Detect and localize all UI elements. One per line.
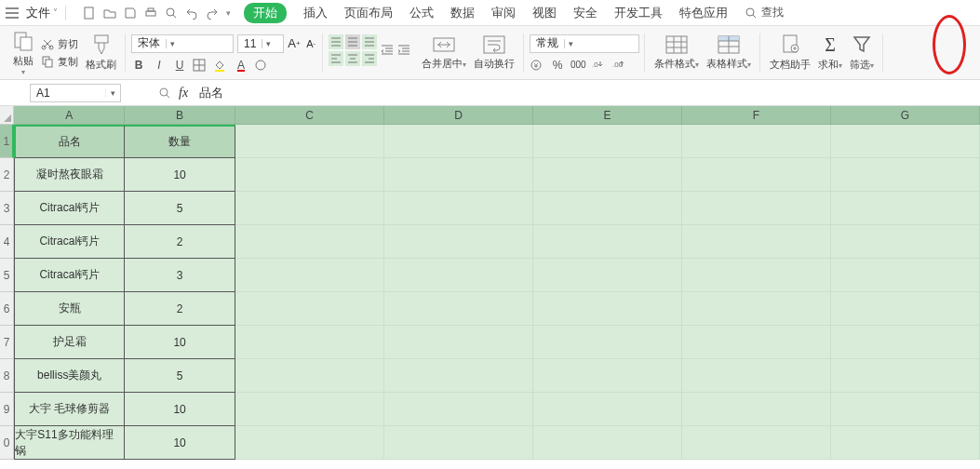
cell[interactable]: 品名 bbox=[14, 125, 125, 158]
cell[interactable] bbox=[235, 158, 384, 192]
cell[interactable] bbox=[831, 158, 980, 192]
cell[interactable]: 护足霜 bbox=[14, 326, 125, 359]
merge-center-button[interactable]: 合并居中▾ bbox=[418, 26, 470, 79]
paste-button[interactable]: 粘贴▾ bbox=[9, 26, 37, 79]
cell[interactable] bbox=[831, 426, 980, 460]
row-header[interactable]: 7 bbox=[0, 326, 14, 359]
decrease-indent-icon[interactable] bbox=[381, 44, 394, 57]
align-grid[interactable] bbox=[329, 34, 377, 66]
phonetic-icon[interactable] bbox=[254, 59, 269, 72]
save-icon[interactable] bbox=[124, 7, 137, 20]
cell[interactable] bbox=[533, 192, 682, 225]
tab-security[interactable]: 安全 bbox=[573, 5, 597, 21]
redo-icon[interactable] bbox=[206, 7, 219, 20]
cell[interactable] bbox=[235, 292, 384, 326]
tab-view[interactable]: 视图 bbox=[532, 5, 557, 21]
tab-insert[interactable]: 插入 bbox=[303, 5, 328, 21]
fx-icon[interactable]: fx bbox=[179, 86, 188, 100]
cell[interactable] bbox=[831, 393, 980, 426]
col-header-b[interactable]: B bbox=[125, 106, 235, 125]
fill-color-icon[interactable] bbox=[213, 59, 228, 72]
cell[interactable] bbox=[384, 259, 533, 292]
cell[interactable] bbox=[533, 259, 682, 292]
copy-button[interactable]: 复制 bbox=[41, 55, 78, 69]
tab-data[interactable]: 数据 bbox=[450, 5, 475, 21]
tab-start[interactable]: 开始 bbox=[244, 3, 287, 23]
conditional-format-button[interactable]: 条件格式▾ bbox=[651, 26, 703, 79]
cell[interactable] bbox=[384, 125, 533, 158]
cut-button[interactable]: 剪切 bbox=[41, 37, 78, 51]
cell[interactable]: 2 bbox=[125, 292, 235, 326]
cell[interactable]: Citracal钙片 bbox=[14, 259, 125, 292]
tab-formula[interactable]: 公式 bbox=[409, 5, 434, 21]
cell[interactable] bbox=[682, 292, 831, 326]
cell[interactable] bbox=[533, 292, 682, 326]
cell[interactable] bbox=[533, 125, 682, 158]
name-box[interactable]: A1 ▾ bbox=[30, 84, 121, 102]
cell[interactable]: belliss美颜丸 bbox=[14, 359, 125, 393]
cell[interactable] bbox=[831, 326, 980, 359]
col-header-a[interactable]: A bbox=[14, 106, 125, 125]
cell[interactable] bbox=[831, 125, 980, 158]
print-preview-icon[interactable] bbox=[165, 7, 178, 20]
open-icon[interactable] bbox=[103, 7, 116, 20]
cell[interactable] bbox=[533, 359, 682, 393]
cell[interactable]: 2 bbox=[125, 225, 235, 259]
cell[interactable]: 3 bbox=[125, 259, 235, 292]
tab-review[interactable]: 审阅 bbox=[491, 5, 516, 21]
underline-icon[interactable]: U bbox=[172, 59, 187, 72]
cell[interactable]: 安瓶 bbox=[14, 292, 125, 326]
expand-icon[interactable] bbox=[158, 87, 171, 100]
table-style-button[interactable]: 表格样式▾ bbox=[703, 26, 755, 79]
cell[interactable]: 5 bbox=[125, 359, 235, 393]
font-size-combo[interactable]: 11▾ bbox=[237, 34, 284, 53]
cell[interactable] bbox=[533, 393, 682, 426]
cell[interactable]: Citracal钙片 bbox=[14, 225, 125, 259]
col-header-d[interactable]: D bbox=[384, 106, 533, 125]
row-header[interactable]: 2 bbox=[0, 158, 14, 192]
cell[interactable]: 5 bbox=[125, 192, 235, 225]
cell[interactable]: Citracal钙片 bbox=[14, 192, 125, 225]
col-header-c[interactable]: C bbox=[235, 106, 384, 125]
tab-page-layout[interactable]: 页面布局 bbox=[344, 5, 393, 21]
cell[interactable] bbox=[384, 393, 533, 426]
bold-icon[interactable]: B bbox=[131, 59, 146, 72]
doc-helper-button[interactable]: 文档助手 bbox=[766, 26, 814, 79]
cell[interactable]: 10 bbox=[125, 158, 235, 192]
cell[interactable] bbox=[384, 158, 533, 192]
format-painter-button[interactable]: 格式刷 bbox=[82, 26, 120, 79]
print-icon[interactable] bbox=[144, 7, 157, 20]
cell[interactable] bbox=[235, 225, 384, 259]
cell[interactable] bbox=[235, 359, 384, 393]
cell[interactable]: 凝时熬夜眼霜 bbox=[14, 158, 125, 192]
undo-icon[interactable] bbox=[185, 7, 198, 20]
cell[interactable] bbox=[235, 426, 384, 460]
cell[interactable]: 大宇S11多功能料理锅 bbox=[14, 426, 125, 460]
increase-indent-icon[interactable] bbox=[397, 44, 410, 57]
cell[interactable] bbox=[533, 326, 682, 359]
currency-icon[interactable]: ¥ bbox=[530, 59, 544, 72]
cell[interactable] bbox=[533, 225, 682, 259]
row-header[interactable]: 8 bbox=[0, 359, 14, 393]
tab-special[interactable]: 特色应用 bbox=[679, 5, 728, 21]
cell[interactable] bbox=[831, 225, 980, 259]
cell[interactable] bbox=[831, 359, 980, 393]
cell[interactable] bbox=[831, 259, 980, 292]
wrap-text-button[interactable]: 自动换行 bbox=[470, 26, 518, 79]
cell[interactable]: 数量 bbox=[125, 125, 235, 158]
number-format-combo[interactable]: 常规▾ bbox=[530, 34, 639, 53]
cell[interactable] bbox=[533, 426, 682, 460]
italic-icon[interactable]: I bbox=[152, 59, 167, 72]
comma-icon[interactable]: 000 bbox=[571, 60, 585, 70]
cell[interactable] bbox=[682, 393, 831, 426]
new-icon[interactable] bbox=[83, 7, 96, 20]
row-header[interactable]: 4 bbox=[0, 225, 14, 259]
col-header-e[interactable]: E bbox=[533, 106, 682, 125]
sum-button[interactable]: Σ 求和▾ bbox=[814, 26, 846, 79]
cell[interactable] bbox=[682, 225, 831, 259]
cell[interactable] bbox=[235, 393, 384, 426]
cell[interactable] bbox=[831, 192, 980, 225]
font-name-combo[interactable]: 宋体▾ bbox=[131, 34, 234, 53]
increase-font-icon[interactable]: A+ bbox=[288, 37, 301, 50]
cell[interactable] bbox=[682, 125, 831, 158]
